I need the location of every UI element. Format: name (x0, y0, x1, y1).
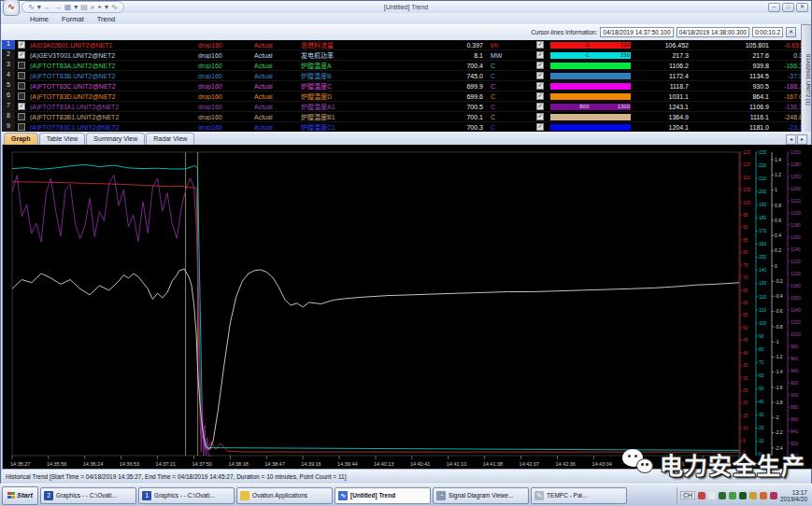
table-row[interactable]: 1✓(A)03A02601.UNIT2@NET2drop160Actual总燃料… (2, 40, 804, 50)
scale-checkbox[interactable]: ✓ (536, 123, 544, 131)
scale-checkbox[interactable]: ✓ (536, 92, 544, 100)
row-number[interactable]: 3 (2, 61, 15, 70)
row-visibility-checkbox[interactable] (18, 123, 25, 131)
row-visibility-checkbox[interactable] (18, 72, 25, 79)
taskbar-item[interactable]: ◔Signal Diagram Viewe... (433, 487, 529, 504)
point-value: 700.3 (427, 124, 483, 131)
row-visibility-checkbox[interactable] (18, 113, 25, 120)
row-number[interactable]: 6 (2, 91, 15, 101)
start-button[interactable]: Start (2, 486, 38, 505)
point-value: 700.4 (427, 63, 483, 69)
table-row[interactable]: 4(A)FTOTT83B.UNIT2@NET2drop160Actual炉膛温度… (2, 71, 804, 81)
row-checkbox-cell (15, 72, 28, 79)
tray-icon[interactable] (698, 492, 705, 499)
taskbar-item[interactable]: Ovation Applications (236, 487, 333, 504)
cursor2-time-field[interactable]: 04/18/2019 14:38:00.300 (677, 27, 749, 37)
cursor2-value: 930.5 (689, 83, 769, 90)
scale-checkbox[interactable]: ✓ (536, 51, 544, 59)
scale-checkbox[interactable]: ✓ (536, 82, 544, 90)
cursor2-value: 1116.1 (689, 114, 769, 120)
y-axis-tick-label: 50 (743, 325, 748, 330)
y-axis-tick-label: 140 (759, 267, 767, 273)
tab-table-view[interactable]: Table View (39, 133, 86, 145)
table-row[interactable]: 2✓(A)GEV3T001.UNIT2@NET2drop160Actual发电机… (2, 50, 804, 61)
tab-radar-view[interactable]: Radar View (146, 133, 194, 145)
menu-format[interactable]: Format (57, 15, 89, 23)
row-number[interactable]: 7 (2, 102, 15, 111)
row-checkbox-cell (15, 113, 28, 120)
row-visibility-checkbox[interactable]: ✓ (18, 41, 25, 49)
y-axis-tick-label: -0.8 (775, 324, 783, 330)
y-axis-tick-label: -1.8 (775, 400, 783, 405)
y-axis-tick-label: 110 (743, 175, 750, 180)
row-number[interactable]: 4 (2, 71, 15, 80)
trend-graph[interactable]: 14:35:2714:35:5614:36:2414:36:5314:37:21… (3, 145, 812, 469)
point-name: (A)FTOTT83A.UNIT2@NET2 (28, 63, 198, 69)
scale-checkbox[interactable]: ✓ (536, 113, 544, 120)
scale-checkbox[interactable]: ✓ (536, 62, 544, 69)
taskbar-item[interactable]: 2Graphics - - C:\Ovati... (40, 487, 136, 504)
point-name: (A)FTOTT83C.UNIT2@NET2 (28, 83, 198, 90)
y-axis-tick-label: 70 (743, 274, 748, 280)
cursor-duration-field[interactable]: 0:00:10.2 (752, 27, 783, 37)
point-mode: Actual (254, 93, 301, 100)
x-axis-tick-label: 14:35:27 (10, 461, 30, 467)
cursor1-time-field[interactable]: 04/18/2019 14:37:50.100 (600, 27, 673, 37)
taskbar-item[interactable]: 1Graphics - - C:\Ovati... (138, 487, 235, 504)
point-detail-side-tab[interactable]: 03A02601.UNIT2 [1] (801, 24, 811, 134)
tab-scroll-left-icon[interactable]: ◂ (786, 134, 796, 145)
taskbar-item[interactable]: ∿[Untitled] Trend (335, 487, 431, 504)
table-row[interactable]: 9(A)FTOTT83C1.UNIT2@NET2drop160Actual炉膛温… (2, 122, 804, 132)
menu-home[interactable]: Home (25, 15, 53, 23)
y-axis-tick-label: 120 (743, 149, 751, 155)
tray-icon[interactable] (749, 492, 757, 499)
taskbar-item[interactable]: ✎TEMPC - Pai... (531, 487, 627, 504)
row-visibility-checkbox[interactable] (18, 62, 25, 69)
row-number[interactable]: 5 (2, 81, 15, 91)
row-visibility-checkbox[interactable] (18, 82, 25, 90)
scale-color-fill (550, 124, 631, 131)
taskbar-item-label: Signal Diagram Viewe... (449, 492, 513, 499)
scale-color-bar (550, 63, 631, 69)
graph-panel: 14:35:2714:35:5614:36:2414:36:5314:37:21… (2, 145, 812, 469)
y-axis-tick-label: -2.2 (775, 429, 783, 435)
scale-checkbox[interactable]: ✓ (536, 41, 544, 49)
signal-icon: ◔ (436, 491, 446, 500)
scale-checkbox[interactable]: ✓ (536, 103, 544, 110)
tab-scroll-right-icon[interactable]: ▸ (797, 134, 807, 145)
row-number[interactable]: 1 (2, 40, 15, 49)
scale-checkbox[interactable]: ✓ (536, 72, 544, 79)
row-number[interactable]: 2 (2, 50, 15, 60)
title-bar: ∿ ∿▾←→▦▾▤⌕+▾∿ [Untitled] Trend ─ □ ✕ (1, 1, 811, 13)
watermark-text: 电力安全生产 (660, 447, 805, 481)
table-row[interactable]: 5(A)FTOTT83C.UNIT2@NET2drop160Actual炉膛温度… (2, 81, 804, 91)
y-axis-tick-label: 65 (743, 288, 748, 293)
cursor-info-close-icon[interactable]: ✕ (786, 27, 796, 37)
table-row[interactable]: 3(A)FTOTT83A.UNIT2@NET2drop160Actual炉膛温度… (2, 61, 804, 71)
table-row[interactable]: 8(A)FTOTT83B1.UNIT2@NET2drop160Actual炉膛温… (2, 112, 804, 122)
paint-icon: ✎ (534, 491, 544, 500)
tray-icon[interactable] (770, 492, 777, 499)
table-row[interactable]: 7✓(A)FTOTT83A1.UNIT2@NET2drop160Actual炉膛… (2, 102, 804, 112)
minimize-button[interactable]: ─ (768, 3, 780, 12)
row-visibility-checkbox[interactable] (18, 92, 25, 100)
tray-icon[interactable] (739, 492, 747, 499)
y-axis-tick-label: 40 (743, 350, 748, 356)
tray-icon[interactable] (719, 492, 726, 499)
tab-summary-view[interactable]: Summary View (86, 133, 145, 145)
row-number[interactable]: 9 (2, 122, 15, 132)
tray-icon[interactable] (760, 492, 767, 499)
row-visibility-checkbox[interactable]: ✓ (18, 103, 25, 110)
y-axis-tick-label: 170 (759, 228, 767, 233)
row-visibility-checkbox[interactable]: ✓ (18, 51, 25, 59)
row-number[interactable]: 8 (2, 112, 15, 121)
table-row[interactable]: 6(A)FTOTT83D.UNIT2@NET2drop160Actual炉膛温度… (2, 91, 804, 102)
tab-graph[interactable]: Graph (4, 133, 38, 145)
maximize-button[interactable]: □ (782, 3, 794, 12)
point-unit: C (483, 63, 530, 69)
tray-icon[interactable] (729, 492, 736, 499)
language-indicator[interactable]: CH (680, 491, 695, 499)
close-button[interactable]: ✕ (796, 3, 808, 12)
tray-icon[interactable] (708, 492, 716, 499)
menu-trend[interactable]: Trend (93, 15, 120, 23)
